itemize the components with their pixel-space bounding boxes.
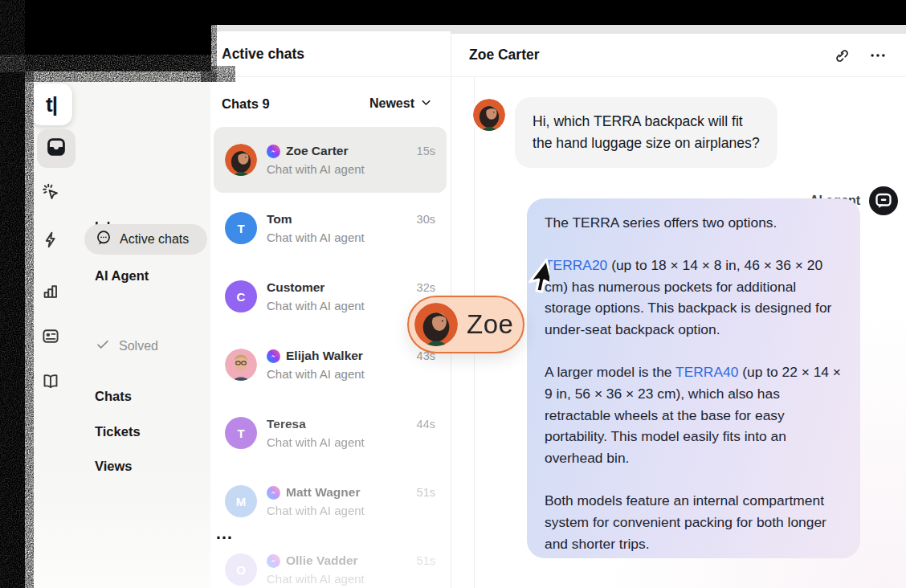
ai-agent-message: The TERRA series offers two options. TER… (527, 198, 860, 558)
presence-label: Zoe (467, 309, 513, 340)
avatar: M (225, 485, 257, 517)
tidio-logo[interactable]: t| (31, 84, 72, 125)
chat-list-title: Active chats (210, 31, 451, 77)
visitor-avatar (473, 99, 505, 131)
chat-name: Customer (267, 280, 324, 295)
terra40-link[interactable]: TERRA40 (675, 364, 738, 380)
chat-name: Elijah Walker (286, 349, 363, 363)
app-window: t| Inbox AI Agent Active chats (0, 0, 906, 588)
link-icon[interactable] (832, 47, 850, 64)
inbox-nav-button[interactable] (37, 129, 76, 168)
chat-bubble-icon (95, 229, 112, 250)
check-icon (95, 337, 111, 356)
ai-agent-icon (869, 186, 898, 215)
chat-list-item[interactable]: T Tom 30s Chat with AI agent (214, 195, 447, 261)
chat-list-item[interactable]: Elijah Walker 43s Chat with AI agent (214, 332, 447, 398)
chat-list-item[interactable]: Zoe Carter 15s Chat with AI agent (214, 127, 447, 193)
bar-chart-icon[interactable] (41, 280, 60, 300)
chat-name: Matt Wagner (286, 485, 360, 500)
chat-list-item[interactable]: M Matt Wagner 51s Chat with AI agent (214, 468, 447, 534)
chats-count: Chats 9 (222, 96, 270, 112)
chat-list-item[interactable]: O Ollie Vadder 51s Chat with AI agent (214, 537, 447, 588)
chat-time: 51s (417, 486, 435, 499)
visitor-message-line: Hi, which TERRA backpack will fit (533, 111, 760, 133)
chat-time: 51s (417, 554, 435, 567)
agent-paragraph: A larger model is the (545, 364, 675, 380)
chevron-down-icon (419, 96, 433, 112)
messenger-icon (267, 145, 280, 158)
sidebar-item-label: Solved (119, 339, 158, 353)
frame-left-band (0, 0, 25, 588)
presence-avatar (414, 303, 458, 346)
ai-cursor-sparkle-icon[interactable] (41, 182, 60, 201)
chat-preview: Chat with AI agent (267, 435, 435, 449)
messenger-icon (267, 349, 280, 363)
chat-preview: Chat with AI agent (267, 231, 435, 244)
avatar (225, 349, 257, 381)
sort-dropdown[interactable]: Newest (369, 96, 433, 112)
sidebar-item-label: Active chats (120, 232, 189, 247)
sidebar-item-active-chats[interactable]: Active chats (84, 224, 207, 255)
agent-paragraph: Both models feature an internal compartm… (545, 492, 826, 552)
conversation-title: Zoe Carter (469, 47, 540, 63)
chat-preview: Chat with AI agent (267, 367, 435, 381)
terra20-link[interactable]: TERRA20 (545, 257, 607, 273)
contact-card-icon[interactable] (41, 326, 60, 345)
sidebar-item-chats[interactable]: Chats (95, 387, 132, 405)
sidebar: t| Inbox AI Agent Active chats (24, 72, 210, 588)
sidebar-item-views[interactable]: Views (95, 457, 132, 475)
messenger-icon (267, 486, 280, 500)
avatar: O (225, 553, 257, 586)
lightning-icon[interactable] (41, 230, 60, 249)
visitor-message-line: the hand luggage size on airplanes? (533, 133, 760, 154)
inbox-icon (46, 137, 67, 161)
chat-preview: Chat with AI agent (267, 504, 435, 517)
messenger-icon (267, 554, 280, 568)
chat-list-item[interactable]: T Teresa 44s Chat with AI agent (214, 400, 447, 466)
chat-name: Zoe Carter (286, 144, 349, 158)
sidebar-item-ai-agent[interactable]: AI Agent (95, 267, 149, 284)
sidebar-item-solved[interactable]: Solved (95, 337, 158, 355)
sort-label: Newest (369, 96, 414, 111)
chat-time: 30s (417, 213, 435, 226)
book-icon[interactable] (41, 371, 60, 390)
more-ellipsis[interactable]: … (215, 529, 234, 537)
avatar: T (225, 212, 257, 244)
avatar: C (225, 280, 257, 312)
more-options-icon[interactable] (869, 47, 887, 64)
sidebar-item-tickets[interactable]: Tickets (95, 423, 141, 440)
chat-time: 44s (417, 418, 435, 431)
presence-chip-zoe: Zoe (407, 296, 524, 353)
chat-preview: Chat with AI agent (267, 572, 435, 586)
chat-name: Ollie Vadder (286, 553, 358, 568)
mouse-cursor-icon (509, 257, 549, 297)
chat-name: Teresa (267, 417, 306, 431)
avatar: T (225, 417, 257, 449)
agent-paragraph: The TERRA series offers two options. (545, 214, 777, 231)
frame-topleft-block (0, 0, 211, 71)
chat-name: Tom (267, 212, 292, 227)
chat-time: 32s (417, 281, 435, 294)
chat-preview: Chat with AI agent (267, 162, 435, 176)
chat-time: 15s (417, 145, 435, 157)
visitor-message: Hi, which TERRA backpack will fit the ha… (515, 97, 777, 168)
avatar (225, 144, 257, 176)
